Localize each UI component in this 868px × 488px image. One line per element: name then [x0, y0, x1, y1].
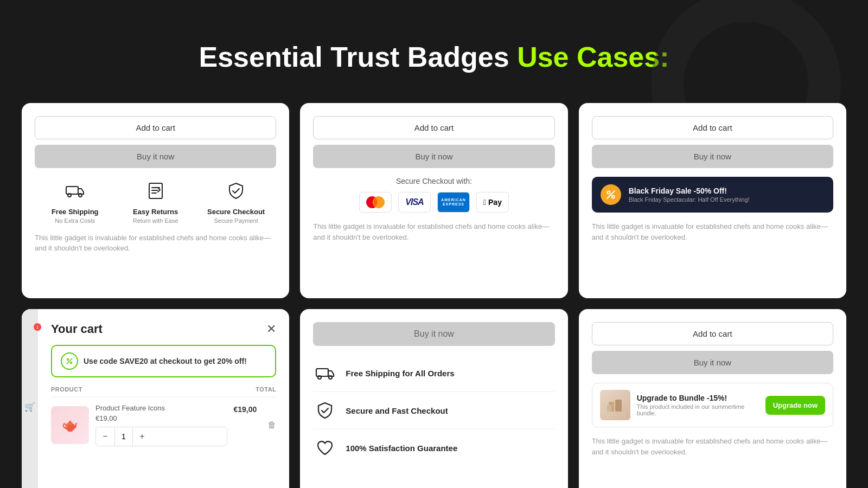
cart-product-header: PRODUCT TOTAL	[51, 386, 276, 397]
cart-badge: 1	[34, 323, 41, 331]
quantity-decrease-button[interactable]: −	[96, 427, 114, 446]
free-shipping-title: Free Shipping	[52, 208, 99, 216]
card3-description: This little gadget is invaluable for est…	[592, 221, 833, 242]
shield-check-icon	[226, 181, 246, 204]
buy-now-button-1[interactable]: Buy it now	[35, 145, 276, 168]
quantity-control: − +	[95, 427, 227, 446]
promo-text: Black Friday Sale -50% Off! Black Friday…	[629, 187, 750, 203]
page-title: Essential Trust Badges Use Cases:	[0, 19, 868, 89]
upgrade-info: Upgrade to Bundle -15%! This product inc…	[637, 394, 759, 416]
product-name: Product Feature Icons	[95, 404, 227, 412]
cart-item-total: €19,00	[234, 404, 257, 414]
payment-methods-row: VISA AMERICAN EXPRESS  Pay	[313, 192, 554, 213]
secure-checkout-label: Secure Checkout with:	[313, 177, 554, 185]
svg-line-11	[67, 358, 72, 364]
svg-rect-12	[316, 369, 328, 376]
quantity-input[interactable]	[114, 427, 133, 446]
buy-now-button-6[interactable]: Buy it now	[592, 351, 833, 374]
cart-sidebar-bg: 🛒 1	[22, 309, 38, 488]
cart-sidebar-icon: 🛒	[24, 402, 35, 412]
svg-point-13	[318, 376, 321, 379]
upgrade-now-button[interactable]: Upgrade now	[765, 396, 825, 415]
badge-free-shipping: Free Shipping No Extra Costs	[35, 181, 115, 224]
badge-easy-returns: Easy Returns Return with Ease	[115, 181, 195, 224]
coupon-box: Use code SAVE20 at checkout to get 20% o…	[51, 345, 276, 377]
main-grid: Add to cart Buy it now Free Shipping No …	[0, 103, 868, 488]
heart-icon	[313, 436, 337, 460]
feature3-text: 100% Satisfaction Guarantee	[346, 444, 457, 453]
add-to-cart-button-3[interactable]: Add to cart	[592, 116, 833, 139]
product-thumbnail: 🫖	[51, 406, 89, 444]
upgrade-subtitle: This product included in our summertime …	[637, 403, 759, 416]
easy-returns-title: Easy Returns	[133, 208, 178, 216]
upgrade-title: Upgrade to Bundle -15%!	[637, 394, 759, 402]
svg-rect-0	[66, 187, 78, 194]
cart-header: Your cart ✕	[51, 322, 276, 336]
add-to-cart-button-2[interactable]: Add to cart	[313, 116, 554, 139]
feature-guarantee: 100% Satisfaction Guarantee	[313, 429, 554, 466]
card-payment-methods: Add to cart Buy it now Secure Checkout w…	[300, 103, 567, 298]
free-shipping-sub: No Extra Costs	[55, 217, 95, 224]
card-upgrade: Add to cart Buy it now Upgrade to Bundle…	[579, 309, 846, 488]
truck-icon	[65, 181, 85, 204]
svg-point-7	[611, 196, 614, 198]
promo-percent-icon	[601, 184, 621, 205]
card-cart: 🛒 1 Your cart ✕ Use code SAVE20 at check…	[22, 309, 289, 488]
promo-subtitle: Black Friday Spectacular: Half Off Every…	[629, 196, 750, 203]
mastercard-icon	[359, 192, 392, 213]
cart-item-row: 🫖 Product Feature Icons €19,00 − + €19,0…	[51, 397, 276, 446]
product-price: €19,00	[95, 414, 227, 422]
svg-point-1	[68, 194, 71, 197]
svg-point-14	[329, 376, 332, 379]
coupon-percent-icon	[61, 352, 78, 370]
secure-checkout-title: Secure Checkout	[207, 208, 265, 216]
card2-description: This little gadget is invaluable for est…	[313, 221, 554, 242]
card-features: Buy it now Free Shipping for All Orders	[300, 309, 567, 488]
upgrade-banner: Upgrade to Bundle -15%! This product inc…	[592, 383, 833, 427]
buy-now-button-2[interactable]: Buy it now	[313, 145, 554, 168]
badge-secure-checkout: Secure Checkout Secure Payment	[196, 181, 276, 224]
card6-description: This little gadget is invaluable for est…	[592, 436, 833, 457]
feature1-text: Free Shipping for All Orders	[346, 369, 454, 378]
svg-point-10	[71, 362, 72, 364]
feature-security: Secure and Fast Checkout	[313, 392, 554, 429]
cart-content: Your cart ✕ Use code SAVE20 at checkout …	[51, 322, 276, 446]
shipping-icon	[313, 361, 337, 385]
svg-rect-17	[607, 405, 611, 412]
coupon-text: Use code SAVE20 at checkout to get 20% o…	[84, 357, 247, 365]
buy-now-button-5[interactable]: Buy it now	[313, 322, 554, 346]
title-white: Essential Trust Badges	[199, 41, 509, 73]
total-col-label: TOTAL	[256, 386, 276, 393]
svg-point-9	[67, 359, 69, 361]
add-to-cart-button-1[interactable]: Add to cart	[35, 116, 276, 139]
cart-close-button[interactable]: ✕	[266, 322, 276, 336]
amex-icon: AMERICAN EXPRESS	[437, 192, 470, 213]
product-info: Product Feature Icons €19,00 − +	[95, 404, 227, 446]
returns-icon	[146, 181, 165, 204]
title-green: Use Cases:	[517, 41, 669, 73]
remove-item-button[interactable]: 🗑	[267, 420, 276, 430]
card1-description: This little gadget is invaluable for est…	[35, 233, 276, 254]
feature-shipping: Free Shipping for All Orders	[313, 355, 554, 392]
feature-list: Free Shipping for All Orders Secure and …	[313, 355, 554, 466]
card-promo: Add to cart Buy it now Black Friday Sale…	[579, 103, 846, 298]
product-col-label: PRODUCT	[51, 386, 82, 393]
svg-point-6	[607, 191, 610, 194]
promo-banner: Black Friday Sale -50% Off! Black Friday…	[592, 177, 833, 213]
add-to-cart-button-6[interactable]: Add to cart	[592, 322, 833, 345]
trust-badges-row: Free Shipping No Extra Costs Easy Return…	[35, 181, 276, 224]
svg-rect-16	[615, 400, 622, 412]
card-trust-badges: Add to cart Buy it now Free Shipping No …	[22, 103, 289, 298]
svg-line-8	[607, 191, 615, 198]
promo-title: Black Friday Sale -50% Off!	[629, 187, 750, 195]
quantity-increase-button[interactable]: +	[133, 427, 151, 446]
buy-now-button-3[interactable]: Buy it now	[592, 145, 833, 168]
svg-point-2	[79, 194, 82, 197]
cart-title: Your cart	[51, 322, 103, 336]
bundle-product-image	[600, 390, 630, 420]
visa-icon: VISA	[398, 192, 431, 213]
applepay-icon:  Pay	[476, 192, 509, 213]
easy-returns-sub: Return with Ease	[133, 217, 178, 224]
secure-checkout-sub: Secure Payment	[214, 217, 258, 224]
feature2-text: Secure and Fast Checkout	[346, 406, 448, 415]
